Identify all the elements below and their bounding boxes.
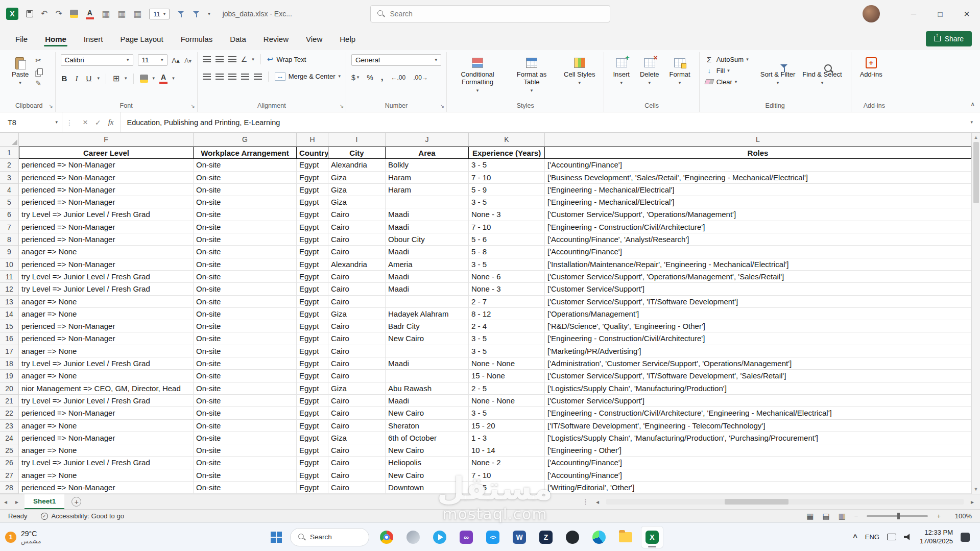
increase-indent-icon[interactable] [254, 74, 262, 80]
row-number[interactable]: 1 [0, 147, 19, 159]
row-number[interactable]: 11 [0, 271, 19, 283]
delete-cells-button[interactable]: Delete [636, 54, 663, 88]
cell[interactable]: Cairo [328, 233, 386, 246]
row-number[interactable]: 3 [0, 172, 19, 184]
cell[interactable]: Egypt [297, 407, 328, 419]
percent-format-icon[interactable] [367, 74, 373, 81]
table-icon[interactable] [133, 10, 141, 18]
cell[interactable]: Badr City [386, 320, 469, 332]
cell[interactable]: ['Engineering - Mechanical/Electrical'] [545, 184, 971, 196]
fill-color-icon[interactable] [70, 10, 78, 18]
copy-icon[interactable] [37, 68, 43, 75]
align-top-icon[interactable] [203, 56, 211, 62]
fill-color-icon[interactable] [140, 75, 148, 83]
cell[interactable]: ['Engineering - Mechanical/Electrical'] [545, 196, 971, 208]
cell[interactable]: Egypt [297, 357, 328, 370]
cell[interactable]: ['Engineering - Construction/Civil/Archi… [545, 221, 971, 233]
cell[interactable]: 15 - 20 [469, 420, 545, 432]
insert-cells-button[interactable]: Insert [609, 54, 633, 88]
row-number[interactable]: 22 [0, 407, 19, 419]
sheet-tab-sheet1[interactable]: Sheet1 [25, 494, 64, 509]
taskbar-search[interactable]: Search [290, 528, 369, 546]
filter-icon[interactable] [177, 10, 185, 18]
cell[interactable]: On-site [194, 320, 297, 332]
cell[interactable]: Ameria [386, 258, 469, 271]
clear-button[interactable]: Clear [705, 78, 749, 86]
row-number[interactable]: 14 [0, 308, 19, 320]
cell[interactable]: On-site [194, 469, 297, 482]
cell[interactable]: Haram [386, 184, 469, 196]
cell[interactable]: anager => None [19, 420, 194, 432]
cell[interactable]: ['Logistics/Supply Chain', 'Manufacturin… [545, 382, 971, 395]
undo-icon[interactable] [41, 10, 47, 18]
cell[interactable]: Egypt [297, 482, 328, 494]
cell[interactable]: Giza [328, 172, 386, 184]
sheet-nav-right-icon[interactable] [11, 498, 22, 506]
cell[interactable]: ['Customer Service/Support', 'Operations… [545, 271, 971, 283]
cell[interactable]: On-site [194, 246, 297, 258]
cell[interactable]: Egypt [297, 271, 328, 283]
cell[interactable]: ['Accounting/Finance', 'Analyst/Research… [545, 233, 971, 246]
language-indicator[interactable]: ENG [865, 533, 879, 541]
cell[interactable]: New Cairo [386, 444, 469, 457]
cell[interactable]: Bolkly [386, 159, 469, 171]
cell[interactable]: On-site [194, 332, 297, 345]
increase-decimal-icon[interactable] [391, 75, 406, 81]
cell[interactable]: 1 - 3 [469, 432, 545, 444]
fill-down-button[interactable]: Fill [705, 66, 749, 75]
wrap-text-button[interactable]: Wrap Text [267, 55, 306, 64]
cell[interactable]: Egypt [297, 395, 328, 407]
vertical-scrollbar[interactable] [971, 133, 980, 494]
redo-icon[interactable] [55, 10, 62, 18]
cell[interactable]: Egypt [297, 444, 328, 457]
font-size-select[interactable]: 11 [138, 54, 168, 66]
taskbar-app-chrome[interactable] [375, 526, 398, 548]
cell[interactable]: try Level => Junior Level / Fresh Grad [19, 395, 194, 407]
find-select-button[interactable]: Find & Select [799, 54, 845, 88]
align-left-icon[interactable] [203, 74, 211, 80]
conditional-formatting-button[interactable]: Conditional Formatting [452, 54, 503, 95]
cell[interactable]: On-site [194, 345, 297, 357]
taskbar-app-excel[interactable] [641, 526, 663, 548]
cell[interactable]: anager => None [19, 345, 194, 357]
decrease-decimal-icon[interactable] [413, 75, 428, 81]
cell[interactable]: ['Marketing/PR/Advertising'] [545, 345, 971, 357]
cell[interactable]: On-site [194, 283, 297, 295]
cell[interactable]: On-site [194, 208, 297, 221]
cell[interactable]: ['IT/Software Development', 'Engineering… [545, 420, 971, 432]
hscroll-right-icon[interactable] [967, 498, 978, 506]
cell[interactable]: Giza [328, 196, 386, 208]
cell[interactable]: Cairo [328, 407, 386, 419]
cell[interactable]: 2 - 5 [469, 482, 545, 494]
cell[interactable]: perienced => Non-Manager [19, 407, 194, 419]
row-number[interactable]: 24 [0, 432, 19, 444]
cell[interactable]: Cairo [328, 246, 386, 258]
cell[interactable]: 6th of October [386, 432, 469, 444]
cell[interactable]: Maadi [386, 395, 469, 407]
cell[interactable]: Cairo [328, 283, 386, 295]
header-cell[interactable]: City [328, 147, 386, 159]
cell[interactable]: Giza [328, 308, 386, 320]
cell[interactable]: New Cairo [386, 469, 469, 482]
cell[interactable]: Egypt [297, 457, 328, 469]
cell[interactable]: On-site [194, 482, 297, 494]
taskbar-app-edge[interactable] [588, 526, 610, 548]
cell[interactable]: 7 - 10 [469, 221, 545, 233]
sort-filter-button[interactable]: Sort & Filter [757, 54, 799, 88]
table-icon[interactable] [102, 10, 110, 18]
cell[interactable]: 5 - 6 [469, 233, 545, 246]
page-layout-view-icon[interactable] [822, 512, 829, 520]
cell[interactable]: Egypt [297, 258, 328, 271]
cell[interactable]: Cairo [328, 208, 386, 221]
formula-input[interactable]: Education, Publishing and Printing, E-Le… [121, 118, 971, 127]
cell[interactable]: Egypt [297, 184, 328, 196]
cell[interactable]: Giza [328, 382, 386, 395]
cell[interactable] [386, 345, 469, 357]
row-number[interactable]: 8 [0, 233, 19, 246]
minimize-button[interactable] [900, 0, 927, 28]
cell[interactable]: None - 3 [469, 283, 545, 295]
cell[interactable]: 7 - 10 [469, 469, 545, 482]
cell[interactable]: Egypt [297, 469, 328, 482]
cell[interactable]: try Level => Junior Level / Fresh Grad [19, 357, 194, 370]
cell[interactable]: Egypt [297, 345, 328, 357]
